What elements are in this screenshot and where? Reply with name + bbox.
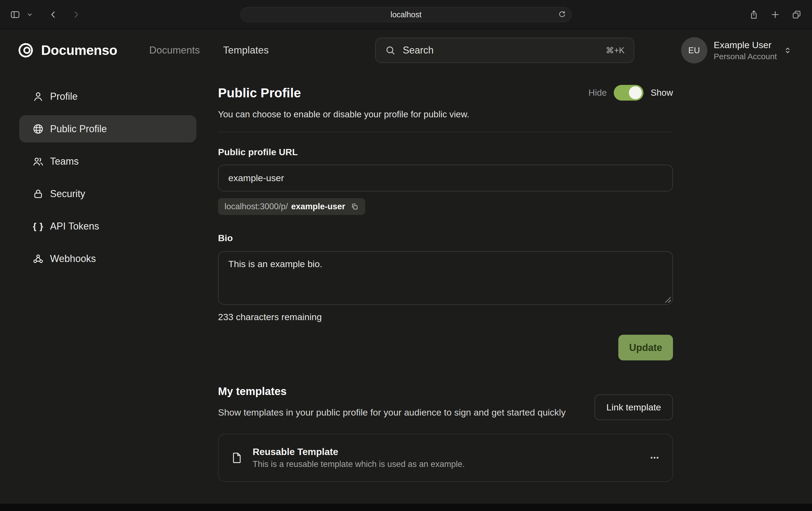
sidebar-item-teams[interactable]: Teams <box>19 148 196 175</box>
sidebar-item-public-profile[interactable]: Public Profile <box>19 115 196 143</box>
page-subtitle: You can choose to enable or disable your… <box>218 109 673 120</box>
ellipsis-icon <box>649 452 661 464</box>
sidebar-item-label: Webhooks <box>50 253 96 264</box>
link-template-button[interactable]: Link template <box>594 394 673 420</box>
globe-icon <box>32 123 44 135</box>
window-bottom-edge <box>0 504 812 511</box>
profile-visibility-control: Hide Show <box>588 85 673 100</box>
nav-documents[interactable]: Documents <box>149 44 200 56</box>
profile-url-prefix: localhost:3000/p/ <box>225 202 288 211</box>
characters-remaining: 233 characters remaining <box>218 312 673 322</box>
profile-url-slug: example-user <box>291 202 345 211</box>
avatar: EU <box>681 37 707 63</box>
chevrons-up-down-icon <box>783 45 792 56</box>
share-icon[interactable] <box>749 9 759 20</box>
main-content: Public Profile Hide Show You can choose … <box>218 85 673 482</box>
show-label: Show <box>650 88 673 98</box>
sidebar-item-label: Teams <box>50 156 79 167</box>
reload-icon[interactable] <box>558 10 567 19</box>
sidebar-item-label: API Tokens <box>50 221 99 232</box>
settings-sidebar: Profile Public Profile Teams Security { … <box>19 83 196 272</box>
lock-icon <box>32 188 44 200</box>
sidebar-item-webhooks[interactable]: Webhooks <box>19 245 196 272</box>
search-input[interactable]: Search ⌘+K <box>375 37 634 63</box>
page-title: Public Profile <box>218 85 301 100</box>
user-icon <box>32 91 44 102</box>
bio-textarea-wrap: This is an example bio. <box>218 251 673 305</box>
file-icon <box>230 451 243 464</box>
users-icon <box>32 155 44 168</box>
search-shortcut: ⌘+K <box>606 46 625 55</box>
documenso-logo-icon <box>17 42 34 59</box>
nav-templates[interactable]: Templates <box>223 44 269 56</box>
user-account-type: Personal Account <box>714 52 777 61</box>
sidebar-item-label: Profile <box>50 91 78 102</box>
search-placeholder: Search <box>403 44 599 56</box>
webhook-icon <box>32 253 44 265</box>
url-field-label: Public profile URL <box>218 147 673 157</box>
visibility-toggle[interactable] <box>614 85 643 100</box>
chevron-down-icon[interactable] <box>28 13 32 16</box>
browser-chrome: localhost <box>0 0 812 29</box>
braces-icon: { } <box>32 221 44 232</box>
divider <box>218 132 673 132</box>
brand-logo[interactable]: Documenso <box>17 42 117 59</box>
template-name: Reusable Template <box>253 446 639 457</box>
template-actions-button[interactable] <box>649 452 661 464</box>
address-bar[interactable]: localhost <box>240 7 572 22</box>
update-button[interactable]: Update <box>618 335 673 360</box>
app-window: localhost <box>0 0 812 511</box>
bio-textarea[interactable]: This is an example bio. <box>218 251 673 305</box>
user-menu[interactable]: EU Example User Personal Account <box>681 37 792 63</box>
sidebar-item-security[interactable]: Security <box>19 180 196 207</box>
sidebar-item-label: Public Profile <box>50 123 107 134</box>
sidebar-item-api-tokens[interactable]: { } API Tokens <box>19 212 196 240</box>
brand-name: Documenso <box>41 42 117 58</box>
app-header: Documenso Documents Templates Search ⌘+K… <box>0 29 812 71</box>
address-bar-url: localhost <box>390 10 422 19</box>
tab-overview-icon[interactable] <box>791 9 802 20</box>
back-button[interactable] <box>49 9 58 20</box>
template-card: Reusable Template This is a reusable tem… <box>218 434 673 482</box>
my-templates-section: My templates Show templates in your publ… <box>218 385 673 482</box>
sidebar-item-profile[interactable]: Profile <box>19 83 196 110</box>
new-tab-icon[interactable] <box>770 10 780 20</box>
my-templates-description: Show templates in your public profile fo… <box>218 405 586 419</box>
user-name: Example User <box>714 40 777 50</box>
search-icon <box>385 45 396 56</box>
profile-url-copy-badge[interactable]: localhost:3000/p/example-user <box>218 198 365 215</box>
sidebar-item-label: Security <box>50 188 85 200</box>
copy-icon <box>351 203 359 211</box>
public-profile-url-input[interactable] <box>218 164 673 191</box>
top-nav: Documents Templates <box>149 44 269 56</box>
hide-label: Hide <box>588 88 607 98</box>
bio-field-label: Bio <box>218 233 673 243</box>
template-description: This is a reusable template which is use… <box>253 459 639 469</box>
sidebar-toggle-icon[interactable] <box>10 9 21 20</box>
forward-button[interactable] <box>71 9 81 20</box>
toggle-knob <box>629 86 642 99</box>
